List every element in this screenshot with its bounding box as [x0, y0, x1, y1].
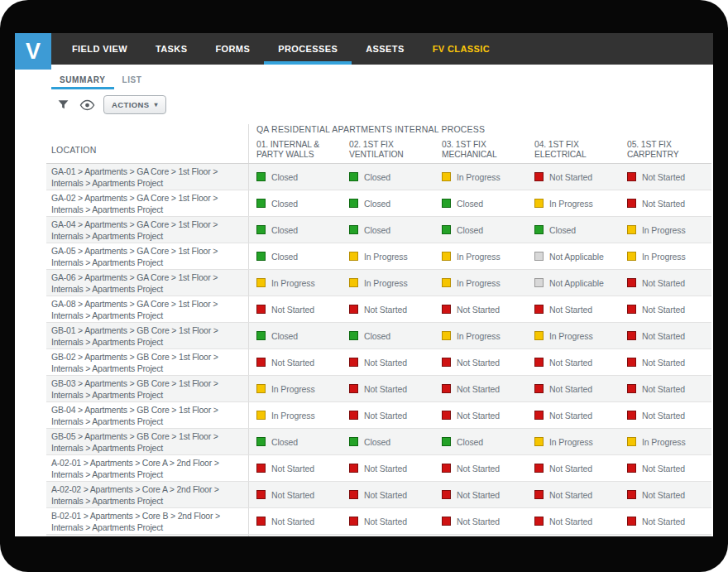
- location-cell[interactable]: B-02-01 > Apartments > Core B > 2nd Floo…: [46, 508, 248, 534]
- status-cell[interactable]: Closed: [249, 190, 342, 216]
- status-cell[interactable]: Not Started: [249, 349, 342, 375]
- nav-tab-forms[interactable]: FORMS: [201, 33, 264, 65]
- status-cell[interactable]: Closed: [249, 429, 342, 454]
- location-cell[interactable]: GB-02 > Apartments > GB Core > 1st Floor…: [46, 349, 248, 375]
- status-cell[interactable]: In Progress: [342, 243, 434, 269]
- status-cell[interactable]: Not Started: [434, 296, 527, 322]
- status-cell[interactable]: Not Started: [527, 296, 620, 322]
- table-row[interactable]: GB-03 > Apartments > GB Core > 1st Floor…: [46, 376, 711, 402]
- status-cell[interactable]: Not Started: [434, 376, 527, 401]
- table-row[interactable]: GA-05 > Apartments > GA Core > 1st Floor…: [46, 243, 711, 270]
- status-cell[interactable]: Closed: [249, 323, 342, 348]
- status-cell[interactable]: Closed: [434, 190, 527, 216]
- status-cell[interactable]: In Progress: [434, 164, 527, 190]
- table-row[interactable]: B-02-02 > Apartments > Core B > 2nd Floo…: [46, 535, 711, 536]
- status-cell[interactable]: Not Started: [620, 402, 712, 428]
- status-cell[interactable]: Not Started: [527, 455, 620, 481]
- status-cell[interactable]: In Progress: [527, 323, 620, 348]
- location-cell[interactable]: B-02-02 > Apartments > Core B > 2nd Floo…: [46, 535, 248, 536]
- status-cell[interactable]: In Progress: [434, 243, 527, 269]
- status-cell[interactable]: Not Started: [342, 455, 434, 481]
- status-cell[interactable]: Closed: [249, 217, 342, 243]
- status-cell[interactable]: In Progress: [249, 376, 342, 401]
- status-cell[interactable]: Closed: [527, 217, 620, 243]
- location-cell[interactable]: GB-05 > Apartments > GB Core > 1st Floor…: [46, 429, 248, 454]
- status-cell[interactable]: Not Started: [249, 482, 342, 507]
- location-cell[interactable]: GA-06 > Apartments > GA Core > 1st Floor…: [46, 270, 248, 296]
- table-row[interactable]: GB-01 > Apartments > GB Core > 1st Floor…: [46, 323, 711, 349]
- status-cell[interactable]: Not Started: [342, 482, 434, 507]
- status-cell[interactable]: In Progress: [342, 270, 434, 296]
- location-cell[interactable]: GB-03 > Apartments > GB Core > 1st Floor…: [46, 376, 248, 401]
- location-cell[interactable]: GB-01 > Apartments > GB Core > 1st Floor…: [46, 323, 248, 348]
- status-cell[interactable]: Closed: [249, 164, 342, 190]
- status-cell[interactable]: Not Applicable: [527, 243, 620, 269]
- status-cell[interactable]: Not Started: [620, 190, 712, 216]
- status-cell[interactable]: Not Started: [342, 508, 434, 534]
- table-row[interactable]: A-02-02 > Apartments > Core A > 2nd Floo…: [46, 482, 711, 508]
- status-cell[interactable]: Not Started: [527, 482, 620, 507]
- status-cell[interactable]: Not Started: [527, 508, 620, 534]
- nav-tab-processes[interactable]: PROCESSES: [264, 33, 352, 65]
- table-row[interactable]: GB-05 > Apartments > GB Core > 1st Floor…: [46, 429, 711, 455]
- location-cell[interactable]: GA-04 > Apartments > GA Core > 1st Floor…: [46, 217, 248, 243]
- status-cell[interactable]: In Progress: [527, 429, 620, 454]
- status-cell[interactable]: Not Started: [620, 296, 712, 322]
- table-row[interactable]: GA-04 > Apartments > GA Core > 1st Floor…: [46, 217, 711, 243]
- actions-button[interactable]: ACTIONS ▾: [103, 95, 166, 114]
- table-row[interactable]: B-02-01 > Apartments > Core B > 2nd Floo…: [46, 508, 711, 535]
- table-row[interactable]: GB-04 > Apartments > GB Core > 1st Floor…: [46, 402, 711, 429]
- visibility-button[interactable]: [78, 96, 96, 114]
- table-row[interactable]: GA-08 > Apartments > GA Core > 1st Floor…: [46, 296, 711, 323]
- status-cell[interactable]: Closed: [342, 190, 434, 216]
- subtab-list[interactable]: LIST: [114, 72, 151, 89]
- status-cell[interactable]: In Progress: [620, 243, 712, 269]
- status-cell[interactable]: Not Started: [527, 349, 620, 375]
- status-cell[interactable]: [434, 535, 527, 536]
- status-cell[interactable]: Not Started: [620, 323, 712, 348]
- status-cell[interactable]: Not Started: [342, 402, 434, 428]
- status-cell[interactable]: In Progress: [434, 270, 527, 296]
- status-cell[interactable]: Not Started: [527, 164, 620, 190]
- location-cell[interactable]: GA-01 > Apartments > GA Core > 1st Floor…: [46, 164, 248, 190]
- nav-tab-field-view[interactable]: FIELD VIEW: [58, 33, 141, 65]
- subtab-summary[interactable]: SUMMARY: [51, 72, 114, 89]
- status-cell[interactable]: In Progress: [249, 270, 342, 296]
- status-cell[interactable]: [527, 535, 620, 536]
- status-cell[interactable]: [620, 535, 712, 536]
- location-cell[interactable]: A-02-02 > Apartments > Core A > 2nd Floo…: [46, 482, 248, 507]
- table-row[interactable]: GA-01 > Apartments > GA Core > 1st Floor…: [46, 164, 711, 190]
- status-cell[interactable]: Not Started: [434, 508, 527, 534]
- status-cell[interactable]: Not Applicable: [527, 270, 620, 296]
- status-cell[interactable]: Closed: [342, 164, 434, 190]
- status-cell[interactable]: Closed: [342, 323, 434, 348]
- status-cell[interactable]: Not Started: [249, 508, 342, 534]
- table-row[interactable]: GA-02 > Apartments > GA Core > 1st Floor…: [46, 190, 711, 217]
- status-cell[interactable]: Not Started: [342, 296, 434, 322]
- status-cell[interactable]: [342, 535, 434, 536]
- status-cell[interactable]: Not Started: [434, 349, 527, 375]
- status-cell[interactable]: Not Started: [434, 402, 527, 428]
- nav-tab-fv-classic[interactable]: FV CLASSIC: [419, 33, 504, 65]
- status-cell[interactable]: Not Started: [620, 376, 712, 401]
- status-cell[interactable]: In Progress: [620, 217, 712, 243]
- status-cell[interactable]: Not Started: [620, 508, 712, 534]
- table-row[interactable]: GB-02 > Apartments > GB Core > 1st Floor…: [46, 349, 711, 376]
- status-cell[interactable]: Not Started: [620, 349, 712, 375]
- filter-button[interactable]: [54, 96, 72, 114]
- location-cell[interactable]: GA-05 > Apartments > GA Core > 1st Floor…: [46, 243, 248, 269]
- status-cell[interactable]: Not Started: [434, 482, 527, 507]
- status-cell[interactable]: Not Started: [620, 164, 712, 190]
- status-cell[interactable]: Not Started: [620, 455, 712, 481]
- status-cell[interactable]: Not Started: [342, 349, 434, 375]
- location-cell[interactable]: A-02-01 > Apartments > Core A > 2nd Floo…: [46, 455, 248, 481]
- status-cell[interactable]: Not Started: [527, 402, 620, 428]
- status-cell[interactable]: Not Started: [527, 376, 620, 401]
- status-cell[interactable]: Not Started: [620, 270, 712, 296]
- status-cell[interactable]: Not Started: [249, 455, 342, 481]
- status-cell[interactable]: Not Started: [620, 482, 712, 507]
- status-cell[interactable]: Not Started: [434, 455, 527, 481]
- status-cell[interactable]: Closed: [342, 429, 434, 454]
- table-row[interactable]: A-02-01 > Apartments > Core A > 2nd Floo…: [46, 455, 711, 482]
- location-cell[interactable]: GA-02 > Apartments > GA Core > 1st Floor…: [46, 190, 248, 216]
